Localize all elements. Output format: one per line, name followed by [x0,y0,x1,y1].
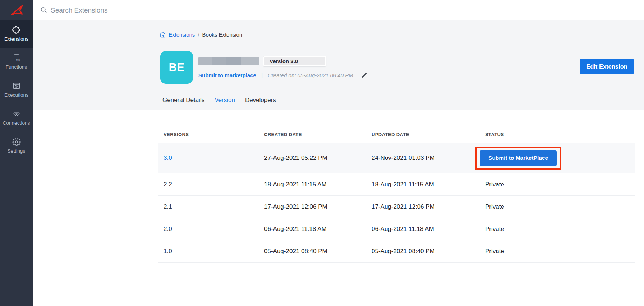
tab-developers[interactable]: Developers [245,97,276,104]
app-window: Extensions f(x) Functions Executions Con… [0,0,644,306]
avatar-initials: BE [169,61,184,74]
sidebar-item-extensions[interactable]: Extensions [0,20,33,48]
updated-date-cell: 17-Aug-2021 12:06 PM [372,203,485,210]
tab-general-details[interactable]: General Details [162,97,204,104]
created-on-text: Created on: 05-Aug-2021 08:40 PM [268,72,353,78]
search-input[interactable] [50,0,267,20]
svg-text:f(x): f(x) [16,59,20,61]
sidebar-nav: Extensions f(x) Functions Executions Con… [0,20,33,160]
function-doc-icon: f(x) [12,54,21,62]
extension-hero: Extensions / Books Extension BE Version … [33,20,644,110]
versions-table: VERSIONS CREATED DATE UPDATED DATE STATU… [158,126,635,263]
redacted-extension-name [198,57,259,65]
version-badge-label: Version 3.0 [264,57,325,65]
created-date-cell: 05-Aug-2021 08:40 PM [264,248,372,255]
sidebar-item-connections[interactable]: Connections [0,104,33,132]
sidebar-item-settings[interactable]: Settings [0,132,33,160]
created-date-cell: 18-Aug-2021 11:15 AM [264,181,372,188]
app-logo[interactable] [0,0,33,20]
sidebar: Extensions f(x) Functions Executions Con… [0,0,33,306]
table-row: 1.0 05-Aug-2021 08:40 PM 05-Aug-2021 08:… [158,240,635,263]
sidebar-item-functions[interactable]: f(x) Functions [0,48,33,76]
column-header-updated-date: UPDATED DATE [372,132,485,137]
updated-date-cell: 18-Aug-2021 11:15 AM [372,181,485,188]
created-date-cell: 06-Aug-2021 11:18 AM [264,226,372,233]
column-header-created-date: CREATED DATE [264,132,372,137]
table-row: 3.0 27-Aug-2021 05:22 PM 24-Nov-2021 01:… [158,143,635,173]
edit-extension-button[interactable]: Edit Extension [580,59,634,74]
column-header-status: STATUS [485,132,635,137]
sidebar-item-label: Settings [8,148,26,154]
submit-to-marketplace-button[interactable]: Submit to MarketPlace [480,150,557,166]
edit-pencil-icon[interactable] [361,72,367,78]
red-highlight-box: Submit to MarketPlace [475,147,561,170]
column-header-versions: VERSIONS [164,132,264,137]
sidebar-item-label: Extensions [4,36,28,42]
puzzle-icon [12,26,21,34]
sidebar-item-label: Functions [6,64,27,70]
created-date-cell: 27-Aug-2021 05:22 PM [264,154,372,162]
version-cell: 2.0 [164,226,264,233]
created-date-cell: 17-Aug-2021 12:06 PM [264,203,372,210]
sidebar-item-label: Connections [3,120,30,126]
table-row: 2.0 06-Aug-2021 11:18 AM 06-Aug-2021 11:… [158,218,635,240]
meta-divider: | [261,72,263,78]
diamonds-icon [12,110,21,118]
version-cell: 2.2 [164,181,264,188]
search-icon [40,6,47,13]
catalyst-logo-icon [9,3,24,17]
updated-date-cell: 05-Aug-2021 08:40 PM [372,248,485,255]
version-badge: Version 3.0 [263,56,326,67]
status-cell: Private [485,203,635,210]
version-link[interactable]: 3.0 [164,154,264,162]
breadcrumb: Extensions / Books Extension [160,32,242,38]
table-row: 2.1 17-Aug-2021 12:06 PM 17-Aug-2021 12:… [158,196,635,218]
submit-to-marketplace-link[interactable]: Submit to marketplace [198,72,256,78]
version-cell: 1.0 [164,248,264,255]
updated-date-cell: 06-Aug-2021 11:18 AM [372,226,485,233]
table-row: 2.2 18-Aug-2021 11:15 AM 18-Aug-2021 11:… [158,173,635,196]
status-cell: Private [485,226,635,233]
topbar [33,0,644,20]
extension-meta: Version 3.0 Submit to marketplace | Crea… [198,56,367,78]
tab-version[interactable]: Version [215,97,235,104]
tab-bar: General Details Version Developers [162,97,276,104]
window-gear-icon [12,82,21,90]
gear-icon [12,138,21,146]
sidebar-item-label: Executions [4,92,28,98]
extension-avatar: BE [160,51,193,84]
home-icon[interactable] [160,32,166,38]
status-cell: Private [485,181,635,188]
breadcrumb-extensions-link[interactable]: Extensions [169,32,195,38]
breadcrumb-separator: / [198,32,199,38]
updated-date-cell: 24-Nov-2021 01:03 PM [372,154,485,162]
status-cell: Private [485,248,635,255]
table-header-row: VERSIONS CREATED DATE UPDATED DATE STATU… [158,126,635,143]
breadcrumb-current: Books Extension [202,32,243,38]
version-cell: 2.1 [164,203,264,210]
sidebar-item-executions[interactable]: Executions [0,76,33,104]
